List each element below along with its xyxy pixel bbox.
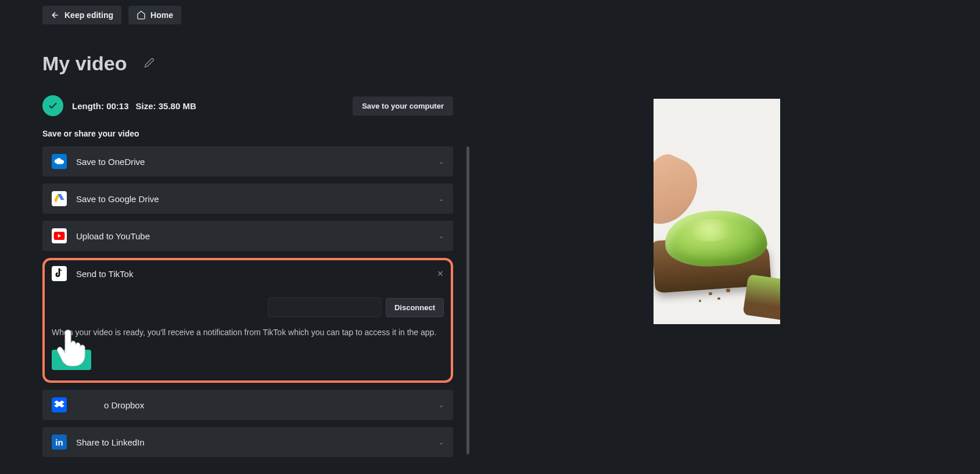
arrow-left-icon [51,10,60,20]
tiktok-label: Send to TikTok [76,269,133,279]
page-title: My video [42,52,127,75]
chevron-down-icon: ⌄ [439,195,444,203]
edit-title-icon[interactable] [144,58,155,70]
tiktok-account-field[interactable] [268,297,381,317]
share-option-youtube[interactable]: Upload to YouTube ⌄ [42,221,453,251]
onedrive-label: Save to OneDrive [76,157,145,167]
onedrive-icon [52,154,67,169]
youtube-label: Upload to YouTube [76,231,150,241]
tiktok-panel: Send to TikTok ✕ Disconnect When your vi… [42,258,453,383]
disconnect-button[interactable]: Disconnect [386,298,444,317]
dropbox-label: o Dropbox [104,400,144,410]
tiktok-description: When your video is ready, you'll receive… [52,328,444,337]
video-info: Length: 00:13 Size: 35.80 MB [72,101,196,111]
section-label: Save or share your video [42,129,453,138]
scrollbar[interactable] [466,146,469,454]
status-check-icon [42,95,63,116]
google-drive-icon [52,191,67,206]
share-option-linkedin[interactable]: in Share to LinkedIn ⌄ [42,427,453,457]
dropbox-icon [52,397,67,412]
chevron-down-icon: ⌄ [439,232,444,240]
youtube-icon [52,228,67,243]
home-label: Home [150,10,173,20]
chevron-down-icon: ⌄ [439,158,444,166]
chevron-down-icon: ⌄ [439,439,444,446]
share-option-gdrive[interactable]: Save to Google Drive ⌄ [42,184,453,214]
chevron-down-icon: ⌄ [439,401,444,409]
home-icon [137,10,146,20]
keep-editing-button[interactable]: Keep editing [42,6,121,24]
share-option-dropbox[interactable]: o Dropbox ⌄ [42,390,453,420]
video-preview [654,99,780,324]
linkedin-icon: in [52,435,67,450]
send-button[interactable]: Send [52,350,91,370]
keep-editing-label: Keep editing [64,10,113,20]
save-to-computer-button[interactable]: Save to your computer [353,96,453,116]
home-button[interactable]: Home [128,6,181,24]
close-icon[interactable]: ✕ [437,269,444,278]
tiktok-icon [52,266,67,281]
linkedin-label: Share to LinkedIn [76,437,145,447]
gdrive-label: Save to Google Drive [76,194,159,204]
share-option-onedrive[interactable]: Save to OneDrive ⌄ [42,146,453,177]
